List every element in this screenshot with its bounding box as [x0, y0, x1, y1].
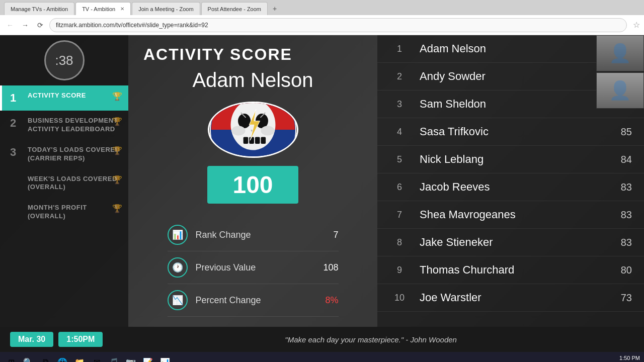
tab-tv-ambition[interactable]: TV - Ambition ✕	[75, 2, 131, 15]
rank-4: 4	[389, 127, 410, 137]
rank-1: 1	[389, 44, 410, 54]
sidebar-label-2: Business Development Activity Leaderboar…	[28, 117, 120, 134]
name-3: Sam Sheldon	[410, 98, 602, 111]
previous-value-value: 108	[323, 262, 338, 273]
sidebar-item-weeks-loads[interactable]: Week's Loads Covered (Overall) 🏆	[0, 169, 128, 198]
back-button[interactable]: ←	[4, 19, 16, 31]
leaderboard-row-7: 7 Shea Mavrogeanes 83	[377, 201, 644, 229]
ie-icon[interactable]: 🌐	[55, 355, 69, 362]
address-bar[interactable]: fitzmark.ambition.com/tv/officetv#/slide…	[49, 18, 627, 32]
percent-change-icon: 📉	[168, 290, 188, 310]
new-tab-button[interactable]: +	[269, 2, 281, 15]
leaderboard-row-5: 5 Nick Leblang 84	[377, 146, 644, 173]
trophy-icon-1: 🏆	[112, 92, 122, 101]
windows-icon[interactable]: ⊞	[4, 355, 18, 362]
sidebar-item-todays-loads[interactable]: 3 Today's Loads Covered (Carrier Reps) 🏆	[0, 140, 128, 169]
percent-change-label: Percent Change	[196, 295, 317, 306]
webcam-person-top: 👤	[597, 36, 643, 71]
name-10: Joe Warstler	[410, 291, 602, 304]
stat-previous-value: 🕐 Previous Value 108	[168, 251, 339, 284]
taskbar-time: 1:50 PM	[615, 354, 640, 362]
webcam-top: 👤	[596, 35, 644, 71]
stat-percent-change: 📉 Percent Change 8%	[168, 284, 339, 317]
explorer-icon[interactable]: 📁	[72, 355, 87, 362]
rank-2: 2	[389, 71, 410, 82]
forward-button[interactable]: →	[19, 19, 31, 31]
sidebar: :38 1 Activity Score 🏆 2 Business Develo…	[0, 35, 128, 327]
page-title: Activity Score	[143, 45, 292, 64]
leaderboard: 👤 👤 1 Adam Nelson 2 Andy Sowder 3 Sam Sh…	[377, 35, 644, 327]
rank-5: 5	[389, 154, 410, 165]
name-8: Jake Stieneker	[410, 236, 602, 249]
name-6: Jacob Reeves	[410, 180, 602, 194]
cortana-icon[interactable]: 🔍	[21, 355, 35, 362]
bookmark-icon[interactable]: ☆	[633, 20, 640, 30]
score-badge: 100	[207, 166, 298, 204]
stats-list: 📊 Rank Change 7 🕐 Previous Value 108 📉 P…	[168, 219, 339, 317]
score-5: 84	[602, 154, 632, 165]
sidebar-item-activity-score[interactable]: 1 Activity Score 🏆	[0, 85, 128, 111]
avatar	[208, 102, 298, 158]
svg-rect-7	[261, 137, 266, 144]
name-1: Adam Nelson	[410, 42, 602, 55]
task-view-icon[interactable]: ⧉	[38, 355, 52, 362]
score-9: 80	[602, 264, 632, 276]
rank-7: 7	[389, 210, 410, 220]
url-text: fitzmark.ambition.com/tv/officetv#/slide…	[56, 22, 208, 29]
timer-circle: :38	[44, 40, 85, 80]
rank-10: 10	[389, 293, 410, 303]
browser-nav-bar: ← → ⟳ fitzmark.ambition.com/tv/officetv#…	[0, 15, 644, 35]
featured-name: Adam Nelson	[192, 69, 313, 92]
app-icon-4[interactable]: 📊	[158, 355, 172, 362]
rank-6: 6	[389, 182, 410, 193]
browser-tabs: Manage TVs - Ambition TV - Ambition ✕ Jo…	[0, 0, 644, 15]
score-4: 85	[602, 126, 632, 138]
tab-label: Post Attendee - Zoom	[208, 6, 261, 12]
timer-section: :38	[0, 35, 128, 85]
timer-display: :38	[55, 53, 73, 68]
center-panel: Activity Score Adam Nelson	[128, 35, 377, 327]
mail-icon[interactable]: ✉	[90, 355, 104, 362]
svg-point-10	[261, 126, 274, 135]
person-icon-bottom: 👤	[609, 80, 631, 101]
sidebar-rank-3: 3	[10, 146, 23, 159]
sidebar-label-4: Week's Loads Covered (Overall)	[28, 175, 120, 192]
tab-post-attendee[interactable]: Post Attendee - Zoom	[201, 2, 268, 15]
trophy-icon-5: 🏆	[112, 204, 122, 213]
sidebar-rank-1: 1	[10, 92, 23, 105]
trophy-icon-4: 🏆	[112, 175, 122, 185]
app-icon-1[interactable]: 🎵	[107, 355, 121, 362]
sidebar-label-5: Month's Profit (Overall)	[28, 204, 120, 221]
trophy-icon-2: 🏆	[112, 117, 122, 126]
rank-9: 9	[389, 265, 410, 276]
leaderboard-row-10: 10 Joe Warstler 73	[377, 284, 644, 312]
app-icon-2[interactable]: 📷	[124, 355, 138, 362]
browser-chrome: Manage TVs - Ambition TV - Ambition ✕ Jo…	[0, 0, 644, 35]
trophy-icon-3: 🏆	[112, 146, 122, 155]
rank-change-icon: 📊	[168, 225, 188, 245]
rank-change-label: Rank Change	[196, 230, 326, 240]
tab-manage-tvs[interactable]: Manage TVs - Ambition	[4, 2, 74, 15]
footer: Mar. 30 1:50PM "Make each day your maste…	[0, 327, 644, 352]
reload-button[interactable]: ⟳	[34, 19, 46, 31]
leaderboard-row-4: 4 Sasa Trifkovic 85	[377, 118, 644, 146]
previous-value-label: Previous Value	[196, 262, 315, 273]
sidebar-item-bd-leaderboard[interactable]: 2 Business Development Activity Leaderbo…	[0, 111, 128, 140]
name-4: Sasa Trifkovic	[410, 125, 602, 138]
leaderboard-row-6: 6 Jacob Reeves 83	[377, 173, 644, 201]
footer-time: 1:50PM	[58, 332, 103, 347]
sidebar-item-months-profit[interactable]: Month's Profit (Overall) 🏆	[0, 198, 128, 227]
rank-3: 3	[389, 99, 410, 110]
app-icon-3[interactable]: 📝	[141, 355, 155, 362]
person-icon-top: 👤	[609, 43, 631, 64]
main-content: :38 1 Activity Score 🏆 2 Business Develo…	[0, 35, 644, 327]
webcam-person-bottom: 👤	[597, 73, 643, 108]
previous-value-icon: 🕐	[168, 257, 188, 278]
taskbar-clock: 1:50 PM 3/30/2017	[615, 354, 640, 362]
tab-close-icon[interactable]: ✕	[120, 6, 124, 12]
footer-quote: "Make each day your masterpiece." - John…	[108, 335, 634, 344]
tab-label: Manage TVs - Ambition	[11, 6, 68, 12]
score-7: 83	[602, 209, 632, 221]
tab-join-meeting[interactable]: Join a Meeting - Zoom	[132, 2, 200, 15]
tab-label: TV - Ambition	[82, 6, 115, 12]
